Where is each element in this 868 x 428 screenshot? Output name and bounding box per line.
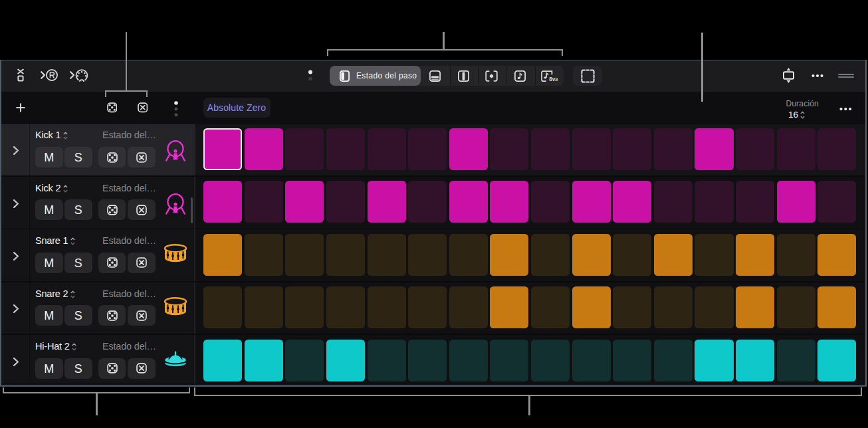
svg-text:8va: 8va [549,76,558,82]
